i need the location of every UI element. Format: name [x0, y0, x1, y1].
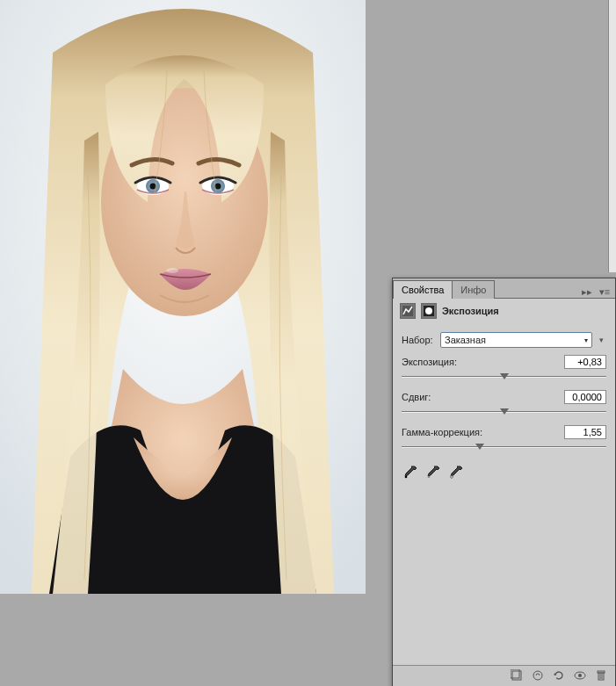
offset-slider[interactable] — [402, 406, 606, 418]
trash-icon[interactable] — [594, 669, 608, 683]
gamma-label: Гамма-коррекция: — [402, 427, 482, 437]
offset-input[interactable] — [564, 390, 606, 404]
eyedropper-gray-icon[interactable] — [426, 466, 440, 480]
svg-point-17 — [533, 671, 542, 680]
svg-point-8 — [166, 268, 178, 273]
properties-panel: Свойства Инфо ▸▸ ▾≡ Экспозиция — [392, 278, 616, 686]
svg-rect-21 — [598, 671, 605, 673]
exposure-input[interactable] — [564, 355, 606, 369]
reset-icon[interactable] — [552, 669, 566, 683]
svg-rect-20 — [598, 673, 604, 680]
panel-menu-icon[interactable]: ▾≡ — [598, 286, 611, 298]
svg-point-12 — [405, 476, 408, 479]
view-previous-icon[interactable] — [531, 669, 545, 683]
preset-value: Заказная — [445, 335, 486, 345]
preset-label: Набор: — [402, 335, 437, 345]
svg-point-19 — [578, 674, 582, 677]
workspace-right-scrollbar[interactable] — [608, 0, 616, 272]
exposure-label: Экспозиция: — [402, 357, 457, 367]
offset-label: Сдвиг: — [402, 392, 431, 402]
eyedropper-white-icon[interactable] — [449, 466, 463, 480]
exposure-slider-thumb[interactable] — [500, 373, 509, 379]
preset-dropdown[interactable]: Заказная ▾ — [440, 332, 592, 348]
collapse-icon[interactable]: ▸▸ — [581, 286, 593, 298]
svg-point-14 — [451, 476, 453, 479]
mask-icon[interactable] — [421, 303, 437, 319]
tab-info[interactable]: Инфо — [452, 280, 495, 299]
panel-tabbar: Свойства Инфо ▸▸ ▾≡ — [393, 278, 615, 299]
preset-menu-icon[interactable]: ▾ — [596, 336, 606, 344]
exposure-slider[interactable] — [402, 371, 606, 383]
svg-point-11 — [425, 307, 432, 314]
gamma-slider[interactable] — [402, 441, 606, 453]
clip-to-layer-icon[interactable] — [510, 669, 524, 683]
panel-title: Экспозиция — [442, 306, 499, 316]
svg-point-13 — [428, 476, 431, 479]
gamma-slider-thumb[interactable] — [475, 444, 484, 450]
tab-properties[interactable]: Свойства — [393, 280, 453, 299]
chevron-down-icon: ▾ — [584, 336, 588, 344]
gamma-input[interactable] — [564, 425, 606, 439]
eyedropper-black-icon[interactable] — [403, 466, 417, 480]
visibility-icon[interactable] — [573, 669, 587, 683]
image-canvas — [0, 0, 366, 594]
adjustment-icon[interactable] — [400, 303, 416, 319]
offset-slider-thumb[interactable] — [500, 408, 509, 415]
